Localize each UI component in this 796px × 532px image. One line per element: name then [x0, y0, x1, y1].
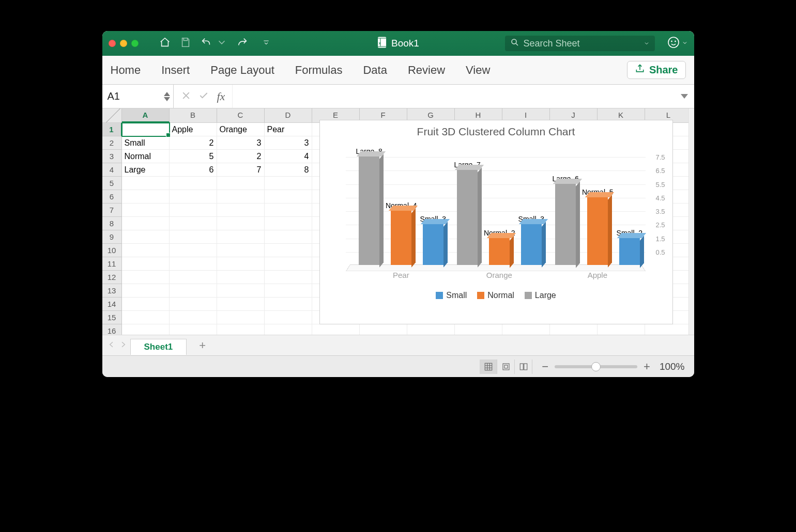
- cell-A16[interactable]: [122, 324, 170, 335]
- share-button[interactable]: Share: [627, 61, 686, 79]
- cell-C10[interactable]: [217, 244, 265, 257]
- cell-D4[interactable]: 8: [265, 163, 312, 177]
- row-header-14[interactable]: 14: [102, 298, 122, 311]
- cell-A8[interactable]: [122, 217, 170, 230]
- home-icon[interactable]: [159, 37, 171, 50]
- undo-dropdown-icon[interactable]: [216, 37, 227, 50]
- sheet-tab-active[interactable]: Sheet1: [130, 339, 187, 355]
- row-header-7[interactable]: 7: [102, 204, 122, 217]
- cell-A1[interactable]: [122, 123, 170, 136]
- cell-D12[interactable]: [265, 271, 312, 284]
- add-sheet-button[interactable]: +: [190, 339, 215, 352]
- undo-icon[interactable]: [201, 37, 212, 50]
- cell-B16[interactable]: [170, 324, 217, 335]
- cancel-formula-icon[interactable]: [181, 90, 191, 103]
- cell-C12[interactable]: [217, 271, 265, 284]
- zoom-slider[interactable]: [555, 365, 637, 368]
- bar-Orange-Large[interactable]: [457, 170, 478, 265]
- view-page-break[interactable]: [515, 359, 532, 374]
- cell-C6[interactable]: [217, 190, 265, 204]
- fullscreen-window-button[interactable]: [131, 40, 139, 47]
- cell-B3[interactable]: 5: [170, 150, 217, 163]
- row-header-11[interactable]: 11: [102, 257, 122, 271]
- cell-D2[interactable]: 3: [265, 136, 312, 150]
- view-page-layout[interactable]: [497, 359, 515, 374]
- cell-B5[interactable]: [170, 177, 217, 190]
- cell-B8[interactable]: [170, 217, 217, 230]
- select-all-corner[interactable]: [102, 108, 122, 122]
- cell-B14[interactable]: [170, 298, 217, 311]
- row-header-13[interactable]: 13: [102, 284, 122, 298]
- cell-A4[interactable]: Large: [122, 163, 170, 177]
- ribbon-tab-data[interactable]: Data: [363, 64, 387, 77]
- cell-F16[interactable]: [360, 324, 407, 335]
- save-icon[interactable]: [180, 37, 191, 50]
- column-header-C[interactable]: C: [217, 108, 265, 122]
- cell-C5[interactable]: [217, 177, 265, 190]
- cell-A9[interactable]: [122, 230, 170, 244]
- minimize-window-button[interactable]: [120, 40, 127, 47]
- embedded-chart[interactable]: Fruit 3D Clustered Column Chart Large, 8…: [319, 120, 673, 324]
- cell-D5[interactable]: [265, 177, 312, 190]
- cell-B7[interactable]: [170, 204, 217, 217]
- row-header-15[interactable]: 15: [102, 311, 122, 324]
- cell-B15[interactable]: [170, 311, 217, 324]
- cell-B12[interactable]: [170, 271, 217, 284]
- row-header-3[interactable]: 3: [102, 150, 122, 163]
- cell-C1[interactable]: Orange: [217, 123, 265, 136]
- formula-input[interactable]: [233, 85, 680, 108]
- zoom-out-button[interactable]: −: [542, 360, 548, 373]
- row-header-2[interactable]: 2: [102, 136, 122, 150]
- cell-B10[interactable]: [170, 244, 217, 257]
- close-window-button[interactable]: [109, 40, 116, 47]
- cell-A12[interactable]: [122, 271, 170, 284]
- row-header-4[interactable]: 4: [102, 163, 122, 177]
- cell-D16[interactable]: [265, 324, 312, 335]
- row-header-8[interactable]: 8: [102, 217, 122, 230]
- cell-D14[interactable]: [265, 298, 312, 311]
- fx-icon[interactable]: fx: [217, 90, 225, 103]
- bar-Apple-Small[interactable]: [619, 238, 640, 265]
- cell-D1[interactable]: Pear: [265, 123, 312, 136]
- vertical-scrollbar[interactable]: [688, 108, 694, 335]
- bar-Pear-Small[interactable]: [423, 224, 443, 265]
- cell-A15[interactable]: [122, 311, 170, 324]
- cell-B2[interactable]: 2: [170, 136, 217, 150]
- ribbon-tab-insert[interactable]: Insert: [161, 64, 190, 77]
- cell-H16[interactable]: [455, 324, 502, 335]
- cell-D8[interactable]: [265, 217, 312, 230]
- cell-A6[interactable]: [122, 190, 170, 204]
- cell-A3[interactable]: Normal: [122, 150, 170, 163]
- row-header-6[interactable]: 6: [102, 190, 122, 204]
- row-header-1[interactable]: 1: [102, 123, 122, 136]
- view-normal[interactable]: [480, 359, 497, 374]
- cell-C4[interactable]: 7: [217, 163, 265, 177]
- cell-B11[interactable]: [170, 257, 217, 271]
- cell-B9[interactable]: [170, 230, 217, 244]
- cell-A5[interactable]: [122, 177, 170, 190]
- row-header-9[interactable]: 9: [102, 230, 122, 244]
- cell-C9[interactable]: [217, 230, 265, 244]
- zoom-value[interactable]: 100%: [660, 361, 685, 372]
- sheet-nav-next[interactable]: [119, 340, 127, 351]
- row-header-16[interactable]: 16: [102, 324, 122, 335]
- cell-C2[interactable]: 3: [217, 136, 265, 150]
- cell-C3[interactable]: 2: [217, 150, 265, 163]
- cell-B13[interactable]: [170, 284, 217, 298]
- cell-D9[interactable]: [265, 230, 312, 244]
- cell-C13[interactable]: [217, 284, 265, 298]
- cell-B4[interactable]: 6: [170, 163, 217, 177]
- zoom-in-button[interactable]: +: [644, 360, 650, 373]
- cell-C11[interactable]: [217, 257, 265, 271]
- name-box-spinner[interactable]: [164, 92, 170, 101]
- row-header-5[interactable]: 5: [102, 177, 122, 190]
- cell-L16[interactable]: [645, 324, 693, 335]
- feedback-button[interactable]: [667, 36, 688, 51]
- enter-formula-icon[interactable]: [198, 90, 209, 103]
- ribbon-tab-formulas[interactable]: Formulas: [295, 64, 343, 77]
- cell-A14[interactable]: [122, 298, 170, 311]
- bar-Orange-Small[interactable]: [521, 224, 542, 265]
- column-header-B[interactable]: B: [170, 108, 217, 122]
- cell-E16[interactable]: [312, 324, 360, 335]
- worksheet-grid[interactable]: ABCDEFGHIJKL 1AppleOrangePear2Small2333N…: [102, 108, 694, 335]
